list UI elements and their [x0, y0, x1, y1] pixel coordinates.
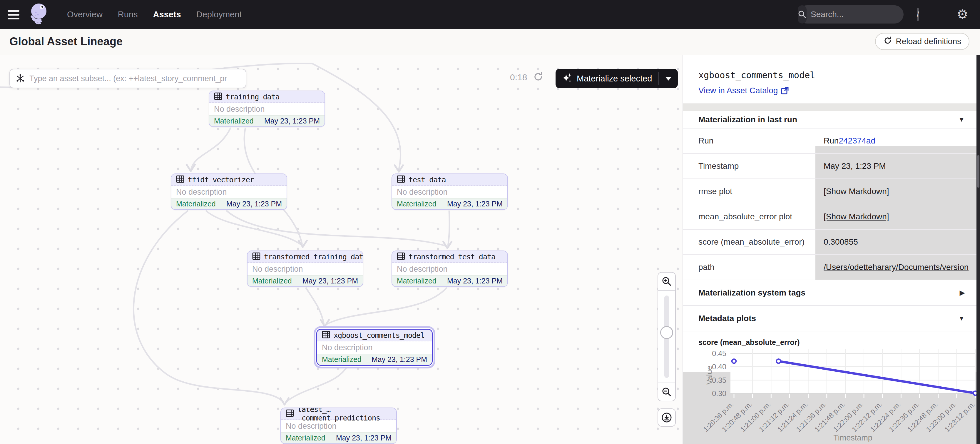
asset-lineage-graph[interactable]: training_data No description Materialize…: [0, 55, 682, 444]
global-search[interactable]: /: [798, 5, 904, 24]
node-description: No description: [171, 186, 286, 198]
metadata-row-score: score (mean_absolute_error) 0.300855: [683, 230, 980, 255]
lineage-edges: [0, 55, 682, 444]
table-icon: [252, 252, 261, 261]
svg-text:Value: Value: [705, 366, 714, 385]
svg-text:0.45: 0.45: [712, 349, 726, 358]
asset-subset-filter[interactable]: [10, 69, 246, 88]
asset-node-test-data[interactable]: test_data No description MaterializedMay…: [391, 173, 508, 210]
status-badge: Materialized: [252, 277, 292, 285]
asset-subset-input[interactable]: [25, 74, 246, 83]
external-link-icon: [781, 86, 789, 95]
table-icon: [286, 409, 294, 419]
materialization-time: May 23, 1:23 PM: [447, 200, 503, 208]
nav-item-runs[interactable]: Runs: [118, 10, 138, 19]
nav-item-overview[interactable]: Overview: [67, 10, 103, 19]
materialization-time: May 23, 1:23 PM: [264, 117, 320, 125]
materialization-time: May 23, 1:23 PM: [336, 434, 391, 442]
svg-text:0.30: 0.30: [712, 389, 726, 398]
dagster-logo[interactable]: [28, 2, 49, 27]
search-input[interactable]: [807, 10, 917, 19]
node-description: No description: [317, 341, 432, 354]
materialization-time: May 23, 1:23 PM: [447, 277, 503, 285]
status-badge: Materialized: [214, 117, 254, 125]
asset-node-transformed-test-data[interactable]: transformed_test_data No description Mat…: [391, 250, 508, 287]
node-description: No description: [209, 103, 325, 115]
metadata-row-timestamp: Timestamp May 23, 1:23 PM: [683, 154, 980, 179]
nav-links: Overview Runs Assets Deployment: [67, 0, 242, 29]
view-in-asset-catalog-link[interactable]: View in Asset Catalog: [698, 86, 789, 95]
reload-icon: [883, 36, 892, 47]
status-badge: Materialized: [397, 200, 436, 208]
top-nav: Overview Runs Assets Deployment / ⚙︎: [0, 0, 980, 29]
search-shortcut-badge: /: [917, 8, 919, 21]
svg-text:Timestamp: Timestamp: [833, 433, 872, 442]
panel-divider-band: [683, 103, 980, 111]
refresh-countdown: 0:18: [510, 72, 527, 82]
run-id-link[interactable]: 242374ad: [838, 136, 875, 146]
materialization-time: May 23, 1:23 PM: [372, 355, 427, 364]
page-header: Global Asset Lineage Reload definitions: [0, 29, 980, 55]
node-description: No description: [392, 186, 508, 198]
download-graph-button[interactable]: [657, 408, 676, 426]
page-title: Global Asset Lineage: [10, 35, 123, 48]
zoom-slider-handle[interactable]: [660, 326, 673, 339]
metadata-row-mae-plot: mean_absolute_error plot [Show Markdown]: [683, 204, 980, 230]
chevron-down-icon: ▼: [958, 315, 965, 322]
table-icon: [322, 331, 330, 340]
status-badge: Materialized: [286, 434, 325, 442]
status-badge: Materialized: [176, 200, 216, 208]
nav-item-assets[interactable]: Assets: [153, 10, 181, 19]
download-icon: [661, 412, 673, 423]
asset-node-tfidf-vectorizer[interactable]: tfidf_vectorizer No description Material…: [171, 173, 287, 210]
nav-item-deployment[interactable]: Deployment: [196, 10, 242, 19]
materialize-dropdown-caret[interactable]: [659, 77, 678, 81]
reload-definitions-button[interactable]: Reload definitions: [875, 33, 969, 50]
refresh-icon[interactable]: [533, 71, 544, 83]
zoom-controls: [657, 272, 676, 401]
metadata-row-rmse-plot: rmse plot [Show Markdown]: [683, 179, 980, 204]
chevron-right-icon: ▶: [960, 289, 965, 297]
asset-title: xgboost_comments_model: [698, 70, 815, 80]
node-description: No description: [248, 263, 363, 275]
svg-text:0.35: 0.35: [712, 376, 726, 384]
score-line-chart: 0.450.400.350.301:20:36 p.m.1:20:48 p.m.…: [683, 347, 980, 444]
zoom-out-button[interactable]: [658, 383, 675, 401]
zoom-slider[interactable]: [658, 290, 675, 383]
hamburger-menu-icon[interactable]: [8, 8, 21, 21]
materialization-time: May 23, 1:23 PM: [302, 277, 358, 285]
table-icon: [176, 175, 184, 185]
search-icon: [798, 5, 807, 24]
path-link[interactable]: /Users/odetteharary/Documents/version: [824, 263, 969, 272]
chart-title: score (mean_absolute_error): [698, 338, 800, 347]
asset-details-panel: xgboost_comments_model View in Asset Cat…: [682, 55, 980, 444]
asset-node-training-data[interactable]: training_data No description Materialize…: [209, 91, 325, 127]
metadata-row-run: Run Run 242374ad: [683, 129, 980, 154]
scrollbar-thumb[interactable]: [977, 155, 979, 188]
settings-gear-icon[interactable]: ⚙︎: [957, 6, 968, 22]
asset-node-latest-comment-predictions[interactable]: latest_…_comment_predictions No descript…: [280, 407, 397, 444]
svg-text:0.40: 0.40: [712, 363, 726, 371]
sparkle-icon: [562, 73, 573, 84]
chevron-down-icon: ▼: [958, 116, 965, 124]
section-metadata-plots[interactable]: Metadata plots ▼: [683, 306, 980, 331]
status-badge: Materialized: [397, 277, 436, 285]
status-badge: Materialized: [322, 355, 361, 364]
section-materialization-last-run[interactable]: Materialization in last run ▼: [683, 111, 980, 129]
window-edge-scrollbar[interactable]: [977, 55, 980, 444]
show-markdown-link[interactable]: [Show Markdown]: [824, 187, 889, 196]
node-description: No description: [392, 263, 508, 275]
table-icon: [397, 252, 405, 261]
table-icon: [397, 175, 405, 185]
materialization-time: May 23, 1:23 PM: [226, 200, 282, 208]
section-materialization-system-tags[interactable]: Materialization system tags ▶: [683, 280, 980, 306]
materialize-selected-button[interactable]: Materialize selected: [555, 69, 678, 88]
asset-node-xgboost-comments-model[interactable]: xgboost_comments_model No description Ma…: [316, 329, 433, 366]
table-icon: [214, 92, 222, 102]
asset-subset-icon: [15, 73, 25, 83]
show-markdown-link[interactable]: [Show Markdown]: [824, 212, 889, 221]
zoom-in-button[interactable]: [658, 272, 675, 290]
metadata-row-path: path /Users/odetteharary/Documents/versi…: [683, 255, 980, 280]
asset-node-transformed-training-data[interactable]: transformed_training_data No description…: [247, 250, 363, 287]
